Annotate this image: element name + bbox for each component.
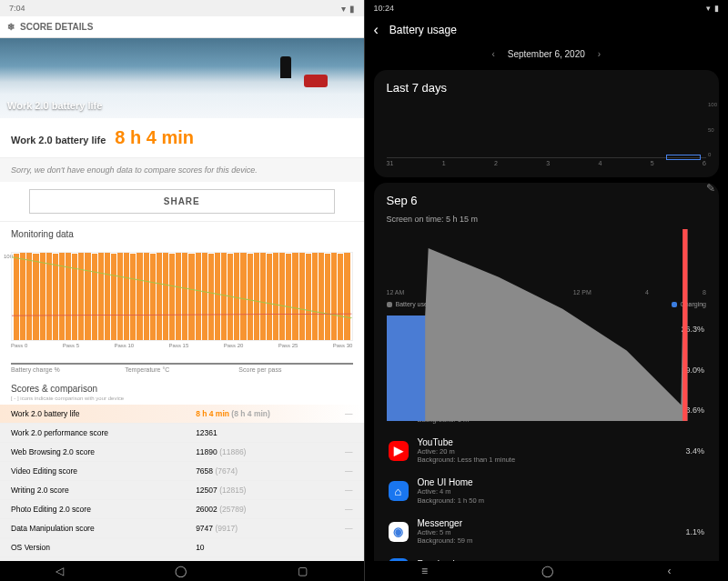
chart-bar: [221, 253, 227, 340]
result-label: Work 2.0 battery life: [11, 135, 106, 145]
score-details-header: ❄ SCORE DETAILS: [0, 16, 364, 38]
score-value: 12507 (12815): [185, 481, 334, 500]
week-title: Last 7 days: [387, 81, 707, 95]
nav-recent-icon[interactable]: ≡: [421, 565, 428, 577]
screen-title: Battery usage: [389, 24, 457, 36]
table-row[interactable]: Data Manipulation score9747 (9917)—: [0, 519, 364, 538]
benchmark-panel: 7:04 ▾ ▮ ❄ SCORE DETAILS Work 2.0 batter…: [0, 0, 365, 581]
table-row[interactable]: Video Editing score7658 (7674)—: [0, 462, 364, 481]
app-row[interactable]: ▶YouTubeActive: 20 mBackground: Less tha…: [387, 431, 707, 472]
app-background: Background: 1 h 50 m: [418, 496, 696, 506]
app-row[interactable]: ◉MessengerActive: 5 mBackground: 59 m1.1…: [387, 512, 707, 553]
chart-bar: [188, 254, 194, 340]
chart-bar: [78, 253, 84, 340]
compare-dash: —: [334, 500, 364, 519]
chart-bar: [228, 254, 233, 340]
nav-back-icon[interactable]: ◁: [56, 565, 64, 577]
status-bar-right: 10:24 ▾ ▮: [365, 0, 729, 16]
chart-bar: [202, 253, 207, 340]
compare-note: Sorry, we don't have enough data to comp…: [0, 158, 364, 182]
chart-bar: [130, 254, 136, 340]
chart-bar: [105, 253, 110, 340]
status-icons-r: ▾ ▮: [706, 4, 719, 13]
edit-icon[interactable]: ✎: [706, 182, 724, 200]
share-button[interactable]: SHARE: [29, 189, 335, 214]
chart-bar: [318, 253, 324, 340]
chart-area: [11, 252, 353, 341]
table-row[interactable]: Photo Editing 2.0 score26002 (25789)—: [0, 500, 364, 519]
table-row[interactable]: OS Version10: [0, 538, 364, 557]
week-card: Last 7 days 100 50 0 31 1 2 3 4 5 6: [374, 70, 720, 177]
app-background: Background: 59 m: [418, 536, 677, 546]
date-next-icon[interactable]: ›: [598, 49, 601, 59]
header-title: SCORE DETAILS: [20, 22, 93, 32]
nav-back-icon[interactable]: ‹: [667, 565, 671, 577]
app-percent: 1.1%: [685, 527, 704, 536]
chart-bar: [196, 253, 201, 340]
back-icon[interactable]: ‹: [374, 22, 379, 38]
compare-dash: [334, 424, 364, 443]
monitoring-title: Monitoring data: [0, 221, 364, 246]
app-percent: 3.4%: [685, 446, 704, 456]
nav-home-icon[interactable]: ◯: [541, 565, 553, 577]
nav-home-icon[interactable]: ◯: [175, 565, 187, 577]
result-value: 8 h 4 min: [115, 127, 194, 148]
svg-marker-1: [387, 316, 425, 421]
headline-result: Work 2.0 battery life 8 h 4 min: [0, 118, 364, 158]
day-card: Sep 6 Screen on time: 5 h 15 m 12 AM 4 8…: [374, 183, 720, 581]
scores-table: Work 2.0 battery life8 h 4 min (8 h 4 mi…: [0, 405, 364, 576]
chart-bar: [98, 253, 104, 340]
date-prev-icon[interactable]: ‹: [491, 49, 494, 59]
score-label: Photo Editing 2.0 score: [0, 500, 185, 519]
nav-recent-icon[interactable]: ▢: [298, 565, 308, 577]
legend-score: Score per pass: [238, 363, 352, 373]
date-label: September 6, 2020: [508, 49, 585, 59]
week-yticks: 100 50 0: [708, 102, 717, 157]
svg-rect-2: [682, 229, 687, 421]
chart-bar: [279, 253, 285, 340]
score-value: 12361: [185, 424, 334, 443]
chart-bar: [157, 253, 162, 340]
chart-bar: [338, 254, 343, 340]
score-value: 9747 (9917): [185, 519, 334, 538]
app-name: One UI Home: [418, 477, 696, 487]
compare-dash: —: [334, 443, 364, 462]
compare-dash: —: [334, 462, 364, 481]
table-row[interactable]: Work 2.0 performance score12361: [0, 424, 364, 443]
chart-bar: [150, 254, 156, 340]
week-chart[interactable]: 100 50 0: [387, 102, 707, 158]
chart-bar: [306, 254, 311, 340]
scores-header: Scores & comparison: [0, 376, 364, 396]
day-title: Sep 6: [387, 194, 707, 207]
chart-bar: [111, 254, 116, 340]
chart-bar: [331, 253, 337, 340]
chart-bar: [14, 254, 19, 340]
chart-bar: [72, 254, 77, 340]
chart-bar: [53, 254, 58, 340]
table-row[interactable]: Writing 2.0 score12507 (12815)—: [0, 481, 364, 500]
chart-bar: [59, 253, 65, 340]
screen-on-time: Screen on time: 5 h 15 m: [387, 215, 707, 224]
chart-bar: [273, 253, 278, 340]
screen-header: ‹ Battery usage: [365, 16, 729, 44]
compare-dash: —: [334, 519, 364, 538]
chart-bar: [260, 253, 266, 340]
table-row[interactable]: Web Browsing 2.0 score11890 (11886)—: [0, 443, 364, 462]
compare-dash: —: [334, 481, 364, 500]
chart-bar: [169, 254, 175, 340]
app-row[interactable]: ⌂One UI HomeActive: 4 mBackground: 1 h 5…: [387, 471, 707, 512]
score-value: 7658 (7674): [185, 462, 334, 481]
app-icon: ▶: [389, 441, 409, 461]
chart-bar: [240, 253, 246, 340]
chart-bar: [136, 253, 142, 340]
legend-battery: Battery charge %: [11, 363, 125, 373]
chart-bar: [312, 253, 318, 340]
table-row[interactable]: Work 2.0 battery life8 h 4 min (8 h 4 mi…: [0, 405, 364, 424]
status-icons: ▾ ▮: [341, 4, 355, 14]
chart-bar: [215, 253, 220, 340]
chart-bar: [163, 253, 168, 340]
chart-bar: [92, 254, 97, 340]
chart-bar: [325, 254, 330, 340]
app-active: Active: 4 m: [418, 487, 696, 496]
chart-bar: [344, 253, 349, 340]
